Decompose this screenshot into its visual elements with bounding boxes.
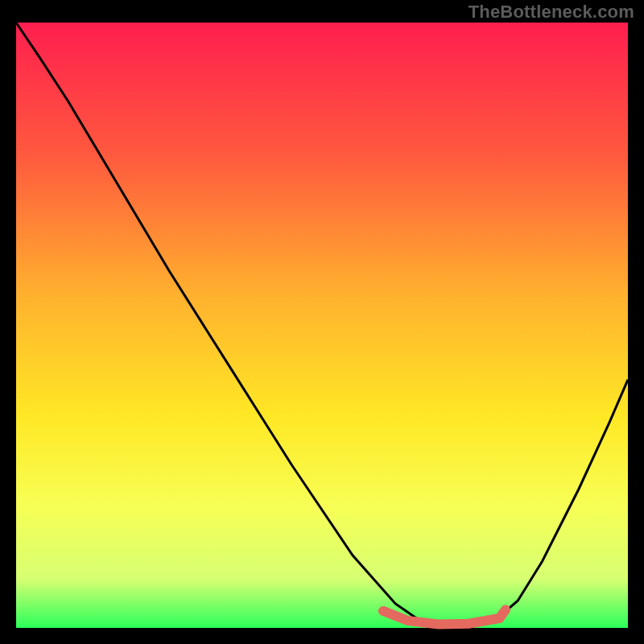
- bottleneck-chart: [0, 0, 644, 644]
- chart-stage: TheBottleneck.com: [0, 0, 644, 644]
- plot-area: [16, 23, 628, 628]
- watermark-text: TheBottleneck.com: [469, 2, 634, 23]
